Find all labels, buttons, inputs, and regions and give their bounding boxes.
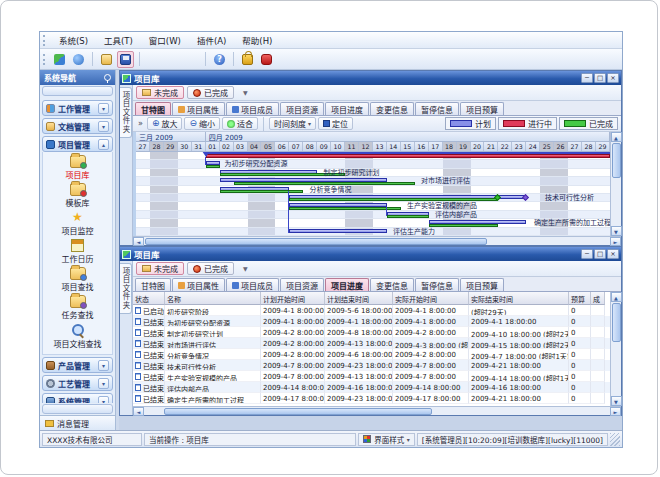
toolbar-grip[interactable] [43, 54, 48, 65]
tab-项目属性[interactable]: 项目属性 [172, 102, 225, 115]
menu-item-3[interactable]: 插件(A) [189, 32, 234, 48]
filter-more-icon[interactable]: ▼ [243, 265, 248, 272]
actual-bar[interactable] [289, 198, 498, 201]
plan-bar[interactable] [289, 229, 387, 233]
sidebar-item-6[interactable]: 项目文档查找 [44, 322, 112, 350]
doc-edit-button[interactable] [164, 51, 181, 68]
menu-item-2[interactable]: 窗口(W) [141, 32, 189, 48]
close-icon[interactable]: × [607, 73, 619, 83]
table-row[interactable]: 已结束制定初步研究计划2009-4-2 8:00:002009-4-8 18:0… [133, 327, 610, 338]
column-header-名称[interactable]: 名称 [165, 292, 261, 305]
scroll-right-icon[interactable]: ► [610, 407, 621, 416]
actual-bar[interactable] [387, 215, 429, 218]
sidebar-item-2[interactable]: ★项目监控 [44, 210, 112, 237]
vertical-scroll-thumb[interactable] [612, 303, 621, 342]
tab-项目进度[interactable]: 项目进度 [325, 102, 369, 115]
column-header-计划结束时间[interactable]: 计划结束时间 [325, 292, 393, 305]
table-row[interactable]: 已结束为初步研究分配资源2009-4-1 8:00:002009-4-1 18:… [133, 316, 610, 327]
horizontal-scroll-thumb[interactable] [164, 408, 432, 415]
project-folder-side-tab[interactable]: 项目文件夹 [120, 263, 132, 314]
tab-变更信息[interactable]: 变更信息 [370, 278, 414, 291]
close-icon[interactable]: × [607, 249, 619, 259]
locate-button[interactable]: 定位 [318, 117, 353, 130]
table-row[interactable]: 已结束对市场进行评估2009-4-2 8:00:002009-4-13 18:0… [133, 338, 610, 349]
actual-bar[interactable] [234, 182, 415, 185]
menu-item-0[interactable]: 系统(S) [51, 32, 96, 48]
sidebar-item-0[interactable]: 项目库 [44, 154, 112, 181]
network-button[interactable] [51, 51, 68, 68]
sidebar-tab-messages[interactable]: 消息管理 [40, 415, 115, 430]
tab-项目成员[interactable]: 项目成员 [226, 278, 279, 291]
sidebar-header[interactable]: 系统导航 [40, 70, 115, 85]
progress-window-titlebar[interactable]: 项目库 ─ □ × [120, 247, 621, 261]
chevron-down-icon[interactable]: ▾ [98, 121, 109, 132]
resize-grip[interactable] [610, 433, 620, 446]
chevron-down-icon[interactable]: ▾ [98, 360, 109, 371]
sidebar-group-2[interactable]: 项目管理▴ [42, 136, 113, 152]
tab-项目成员[interactable]: 项目成员 [226, 102, 279, 115]
column-header-状态[interactable]: 状态 [133, 292, 165, 305]
filter-已完成[interactable]: 已完成 [187, 262, 234, 275]
filter-未完成[interactable]: 未完成 [136, 86, 184, 99]
doc-remove-button[interactable] [183, 51, 200, 68]
maximize-icon[interactable]: □ [594, 73, 606, 83]
table-row[interactable]: 已结束评估内部产品2009-4-14 8:00:002009-4-16 18:0… [133, 382, 610, 393]
sidebar-group-0[interactable]: 工作管理▾ [42, 100, 113, 116]
help-button[interactable]: ? [211, 51, 228, 68]
gantt-horizontal-scrollbar[interactable]: ◄ ► [133, 236, 621, 245]
sidebar-group-3[interactable]: 产品管理▾ [42, 357, 113, 373]
gantt-window-titlebar[interactable]: 项目库 ─ □ × [120, 71, 621, 85]
sidebar-item-1[interactable]: 模板库 [44, 182, 112, 209]
summary-progress-bar[interactable] [206, 154, 610, 158]
horizontal-scroll-thumb[interactable] [145, 238, 487, 245]
vertical-scroll-thumb[interactable] [612, 143, 621, 178]
sidebar-scroll-down-button[interactable] [42, 404, 113, 414]
scroll-left-icon[interactable]: ◄ [133, 407, 144, 416]
filter-more-icon[interactable]: ▼ [243, 89, 248, 96]
column-header-实际开始时间[interactable]: 实际开始时间 [393, 292, 469, 305]
maximize-icon[interactable]: □ [594, 249, 606, 259]
interface-style-button[interactable]: 界面样式 ▾ [358, 433, 414, 446]
tab-暂停信息[interactable]: 暂停信息 [415, 102, 459, 115]
pin-icon[interactable] [104, 74, 111, 81]
tab-项目资源[interactable]: 项目资源 [280, 102, 324, 115]
actual-bar[interactable] [220, 190, 304, 193]
chevron-down-icon[interactable]: ▾ [98, 378, 109, 389]
tab-变更信息[interactable]: 变更信息 [370, 102, 414, 115]
table-horizontal-scrollbar[interactable]: ◄ ► [133, 406, 621, 415]
scroll-up-icon[interactable]: ▲ [611, 292, 622, 302]
zoom-in-button[interactable]: ⊕放大 [147, 117, 183, 130]
sidebar-group-5[interactable]: 系统管理▾ [42, 393, 113, 403]
chevron-down-icon[interactable]: ▾ [98, 396, 109, 404]
open-button[interactable] [98, 51, 115, 68]
table-row[interactable]: 已结束确定生产所需的加工过程2009-4-17 8:00:002009-4-23… [133, 393, 610, 404]
column-header-成[interactable]: 成 [591, 292, 605, 305]
doc-add-button[interactable] [145, 51, 162, 68]
zoom-out-button[interactable]: ⊖缩小 [184, 117, 220, 130]
sidebar-item-5[interactable]: 任务查找 [44, 294, 112, 321]
tab-项目预算[interactable]: 项目预算 [460, 102, 504, 115]
scroll-down-icon[interactable]: ▼ [611, 396, 622, 406]
toolbar-overflow-chevron[interactable]: » [136, 119, 145, 128]
stop-button[interactable] [258, 51, 275, 68]
menu-grip[interactable] [43, 35, 48, 46]
time-scale-button[interactable]: 时间刻度▾ [269, 117, 316, 130]
table-row[interactable]: 已结束技术可行性分析2009-4-7 8:00:002009-4-23 18:0… [133, 360, 610, 371]
filter-已完成[interactable]: 已完成 [187, 86, 234, 99]
table-row[interactable]: 已结束生产实验室规模的产品2009-4-7 8:00:002009-4-13 1… [133, 371, 610, 382]
fit-button[interactable]: 适合 [222, 117, 258, 130]
gantt-vertical-scrollbar[interactable]: ▲ ▼ [610, 132, 621, 236]
table-vertical-scrollbar[interactable]: ▲ ▼ [610, 292, 621, 406]
tab-项目预算[interactable]: 项目预算 [460, 278, 504, 291]
column-header-预算[interactable]: 预算 [569, 292, 591, 305]
filter-未完成[interactable]: 未完成 [136, 262, 184, 275]
minimize-icon[interactable]: ─ [581, 249, 593, 259]
globe-button[interactable] [70, 51, 87, 68]
lock-button[interactable] [239, 51, 256, 68]
chevron-down-icon[interactable]: ▾ [98, 103, 109, 114]
sidebar-scroll-up-button[interactable] [42, 86, 113, 96]
tab-甘特图[interactable]: 甘特图 [135, 278, 171, 291]
sidebar-item-4[interactable]: 项目查找 [44, 266, 112, 293]
sidebar-item-3[interactable]: 工作日历 [44, 238, 112, 265]
project-folder-side-tab[interactable]: 项目文件夹 [120, 87, 132, 138]
